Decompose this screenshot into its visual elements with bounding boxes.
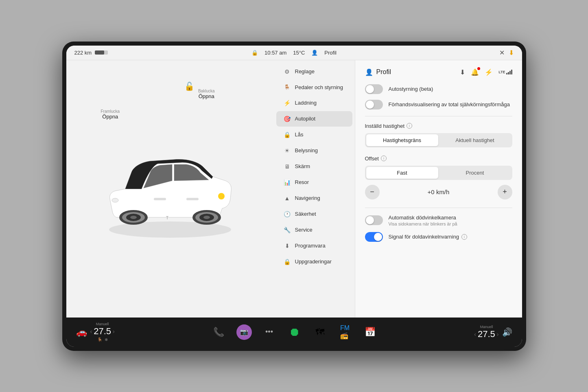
menu-item-sakerhet[interactable]: 🕐 Säkerhet xyxy=(276,206,352,222)
right-temp-row: ‹ 27.5 › xyxy=(474,329,498,339)
offset-info-icon[interactable]: i xyxy=(381,155,387,161)
right-climate-label: Manuell xyxy=(480,325,493,329)
car-visualization: ⚡ T xyxy=(93,136,247,242)
download-icon-status[interactable]: ⬇ xyxy=(509,49,514,57)
menu-item-reglage[interactable]: ⚙ Reglage xyxy=(276,64,352,79)
settings-title-text: Profil xyxy=(376,68,391,76)
bell-icon-header[interactable]: 🔔 xyxy=(471,68,479,76)
menu-label-pedaler: Pedaler och styrning xyxy=(295,84,343,90)
settings-header: 👤 Profil ⬇ 🔔 ⚡ LTE xyxy=(365,68,512,76)
autostyrning-row: Autostyrning (beta) xyxy=(365,84,512,94)
baklucka-label: Baklucka Öppna xyxy=(198,89,215,99)
forhand-toggle[interactable] xyxy=(365,100,383,109)
radio-btn[interactable]: FM📻 xyxy=(336,323,354,341)
maps-btn[interactable]: 🗺 xyxy=(311,323,329,341)
speed-info-icon[interactable]: i xyxy=(407,123,412,129)
reglage-icon: ⚙ xyxy=(284,68,291,75)
menu-item-navigering[interactable]: ▲ Navigering xyxy=(276,191,352,206)
stepper-row: − +0 km/h + xyxy=(365,185,512,199)
radio-icon: FM📻 xyxy=(340,324,350,339)
left-climate-control: Manuell ‹ 27.5 › 🪑 ❄ xyxy=(90,322,115,342)
signal-info-icon[interactable]: i xyxy=(461,234,467,240)
left-arrow-prev[interactable]: ‹ xyxy=(90,328,92,335)
device-frame: 222 km 🔒 10:57 am 15°C 👤 Profil ✕ ⬇ xyxy=(62,42,526,351)
range-display: 222 km xyxy=(74,50,92,56)
status-bar-right: ✕ ⬇ xyxy=(367,49,514,57)
signal-thumb xyxy=(374,233,382,241)
belysning-icon: ☀ xyxy=(284,147,291,154)
lock-icon: 🔒 xyxy=(251,50,258,56)
menu-label-belysning: Belysning xyxy=(295,147,318,153)
person-icon-settings: 👤 xyxy=(365,68,373,76)
divider-1 xyxy=(365,116,512,116)
menu-item-autopilot[interactable]: 🎯 Autopilot xyxy=(276,111,352,127)
menu-item-programvara[interactable]: ⬇ Programvara xyxy=(276,238,352,254)
time-display: 10:57 am xyxy=(264,50,286,56)
bottom-right-climate: Manuell ‹ 27.5 › 🔊 xyxy=(474,325,512,339)
stepper-minus-btn[interactable]: − xyxy=(365,185,380,199)
forhand-thumb xyxy=(366,101,374,109)
automatisk-label: Automatisk dödvinkelkamera xyxy=(389,215,457,221)
screen: 222 km 🔒 10:57 am 15°C 👤 Profil ✕ ⬇ xyxy=(66,46,522,347)
phone-btn[interactable]: 📞 xyxy=(210,323,228,341)
svg-rect-10 xyxy=(186,198,199,200)
autopilot-icon: 🎯 xyxy=(284,116,291,122)
menu-label-las: Lås xyxy=(295,131,304,138)
menu-item-belysning[interactable]: ☀ Belysning xyxy=(276,143,352,158)
profile-display[interactable]: Profil xyxy=(324,50,337,56)
battery-bar xyxy=(95,50,108,55)
right-climate-control: Manuell ‹ 27.5 › xyxy=(474,325,498,339)
hastighetsgrans-btn[interactable]: Hastighetsgräns xyxy=(366,134,438,146)
bluetooth-icon-header[interactable]: ⚡ xyxy=(485,68,493,76)
volume-icon[interactable]: 🔊 xyxy=(502,327,512,337)
settings-panel: 👤 Profil ⬇ 🔔 ⚡ LTE xyxy=(355,60,522,318)
menu-label-skarm: Skärm xyxy=(295,163,310,169)
signal-bar-2 xyxy=(508,72,509,74)
left-temp-row: ‹ 27.5 › xyxy=(90,326,115,337)
autostyrning-thumb xyxy=(366,85,374,93)
camera-btn[interactable]: 📷 xyxy=(235,323,253,341)
stepper-plus-btn[interactable]: + xyxy=(498,185,512,199)
right-panel: ⚙ Reglage 🪑 Pedaler och styrning ⚡ Laddn… xyxy=(274,60,522,318)
menu-item-resor[interactable]: 📊 Resor xyxy=(276,175,352,190)
left-arrow-next[interactable]: › xyxy=(113,328,115,335)
procent-btn[interactable]: Procent xyxy=(439,167,511,179)
offset-title: Offset i xyxy=(365,155,512,162)
phone-icon: 📞 xyxy=(213,327,224,337)
autostyrning-toggle[interactable] xyxy=(365,84,383,94)
left-climate-icons: 🪑 ❄ xyxy=(97,337,108,342)
aktuell-hastighet-btn[interactable]: Aktuell hastighet xyxy=(439,134,511,146)
menu-item-service[interactable]: 🔧 Service xyxy=(276,222,352,238)
menu-label-sakerhet: Säkerhet xyxy=(295,211,316,217)
signal-label-row: Signal för doldavinkelnvarning i xyxy=(389,234,467,240)
automatisk-toggle[interactable] xyxy=(365,215,383,225)
navigering-icon: ▲ xyxy=(284,195,291,201)
right-arrow-prev[interactable]: ‹ xyxy=(474,331,476,337)
download-icon-header[interactable]: ⬇ xyxy=(460,68,465,76)
menu-label-uppgraderingar: Uppgraderingar xyxy=(295,258,332,265)
automatisk-labels: Automatisk dödvinkelkamera Visa sidokame… xyxy=(389,215,457,226)
menu-item-laddning[interactable]: ⚡ Laddning xyxy=(276,95,352,111)
programvara-icon: ⬇ xyxy=(284,243,291,249)
menu-item-skarm[interactable]: 🖥 Skärm xyxy=(276,159,352,174)
right-arrow-next[interactable]: › xyxy=(497,331,499,337)
car-icon-bottom: 🚗 xyxy=(76,327,87,337)
autostyrning-label: Autostyrning (beta) xyxy=(389,86,433,92)
calendar-btn[interactable]: 📅 xyxy=(361,323,379,341)
fast-btn[interactable]: Fast xyxy=(366,167,438,179)
menu-item-uppgraderingar[interactable]: 🔒 Uppgraderingar xyxy=(276,254,352,269)
menu-item-pedaler[interactable]: 🪑 Pedaler och styrning xyxy=(276,80,352,95)
lte-label: LTE xyxy=(498,70,505,74)
svg-text:T: T xyxy=(166,216,168,220)
menu-item-las[interactable]: 🔒 Lås xyxy=(276,127,352,142)
spotify-btn[interactable]: ⏺ xyxy=(286,323,304,341)
signal-bar-4 xyxy=(511,70,512,74)
close-icon[interactable]: ✕ xyxy=(499,49,505,57)
signal-toggle[interactable] xyxy=(365,232,383,242)
dots-btn[interactable]: ••• xyxy=(260,323,278,341)
dots-icon: ••• xyxy=(265,328,273,336)
status-bar-center: 🔒 10:57 am 15°C 👤 Profil xyxy=(221,50,367,56)
framlucka-label: Framlucka Öppna xyxy=(101,109,120,120)
forhand-row: Förhandsvisualisering av total självkörn… xyxy=(365,100,512,109)
sakerhet-icon: 🕐 xyxy=(284,211,291,217)
